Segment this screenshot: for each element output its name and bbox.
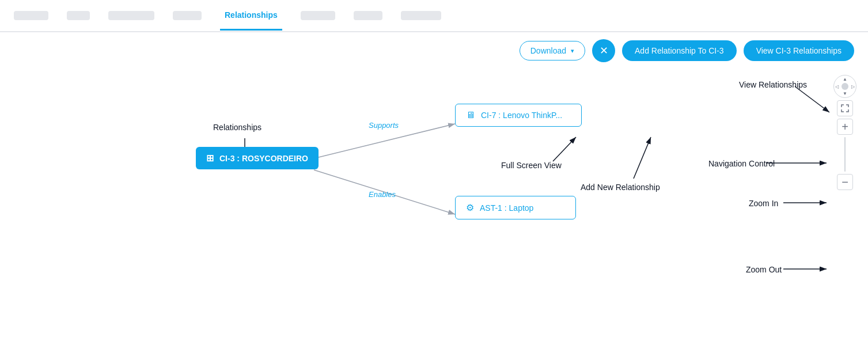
nav-control-annotation: Navigation Control xyxy=(708,158,775,169)
ast1-label: AST-1 : Laptop xyxy=(480,203,533,213)
zoom-in-icon: + xyxy=(842,121,848,132)
download-label: Download xyxy=(530,46,566,55)
close-icon: ✕ xyxy=(600,44,608,57)
zoom-track xyxy=(844,137,846,172)
view-relationships-annotation-arrow xyxy=(795,86,829,112)
ci3-icon: ⊞ xyxy=(206,153,214,164)
node-ast1[interactable]: ⚙ AST-1 : Laptop xyxy=(455,196,576,219)
expand-button[interactable] xyxy=(837,100,853,116)
ci7-icon: 🖥 xyxy=(466,110,475,120)
zoom-out-button[interactable]: − xyxy=(837,174,853,190)
ast1-icon: ⚙ xyxy=(466,202,474,213)
supports-label: Supports xyxy=(369,121,399,130)
nav-placeholder-1 xyxy=(14,11,48,20)
compass-control[interactable]: ▲ ▼ xyxy=(833,75,856,98)
top-nav: Relationships xyxy=(0,0,868,32)
add-new-relationship-annotation-text: Add New Relationship xyxy=(581,183,660,192)
fullscreen-button[interactable]: ✕ xyxy=(592,39,615,62)
enables-line xyxy=(314,170,455,214)
nav-control-annotation-text: Navigation Control xyxy=(708,159,775,168)
zoom-out-annotation-text: Zoom Out xyxy=(746,265,782,274)
fullscreen-annotation-text: Full Screen View xyxy=(501,161,562,170)
supports-line xyxy=(314,124,455,158)
zoom-out-icon: − xyxy=(842,176,848,188)
nav-placeholder-2 xyxy=(67,11,90,20)
graph-svg xyxy=(0,69,868,341)
ci3-label: CI-3 : ROSYCORDEIRO xyxy=(219,154,308,163)
expand-icon xyxy=(841,104,849,112)
add-relationship-annotation-arrow xyxy=(634,137,651,179)
zoom-in-annotation: Zoom In xyxy=(749,198,778,209)
node-ci3[interactable]: ⊞ CI-3 : ROSYCORDEIRO xyxy=(196,147,319,169)
zoom-out-annotation: Zoom Out xyxy=(746,264,782,275)
view-relationships-annotation-text: View Relationships xyxy=(739,80,807,89)
tab-relationships[interactable]: Relationships xyxy=(220,1,282,31)
compass-up-icon: ▲ xyxy=(843,77,847,82)
nav-control-panel: ▲ ▼ + − xyxy=(833,75,856,190)
add-relationship-button[interactable]: Add Relationship To CI-3 xyxy=(622,40,737,61)
nav-placeholder-6 xyxy=(354,11,382,20)
toolbar: Download ▾ ✕ Add Relationship To CI-3 Vi… xyxy=(0,32,868,69)
enables-label: Enables xyxy=(369,190,396,199)
nav-placeholder-7 xyxy=(401,11,441,20)
zoom-in-annotation-text: Zoom In xyxy=(749,199,778,208)
download-button[interactable]: Download ▾ xyxy=(520,41,585,60)
node-ci7[interactable]: 🖥 CI-7 : Lenovo ThinkP... xyxy=(455,104,582,127)
relationships-annotation: Relationships xyxy=(213,122,261,132)
compass-down-icon: ▼ xyxy=(843,91,847,96)
relationships-annotation-text: Relationships xyxy=(213,123,261,132)
nav-placeholder-5 xyxy=(301,11,335,20)
nav-placeholder-4 xyxy=(173,11,202,20)
view-relationships-button[interactable]: View CI-3 Relationships xyxy=(744,40,854,61)
chevron-down-icon: ▾ xyxy=(571,47,574,55)
fullscreen-annotation: Full Screen View xyxy=(501,160,562,170)
fullscreen-annotation-arrow xyxy=(553,137,576,161)
nav-placeholder-3 xyxy=(108,11,154,20)
add-new-relationship-annotation: Add New Relationship xyxy=(581,182,660,192)
view-relationships-annotation: View Relationships xyxy=(739,79,807,90)
canvas-area: Supports Enables ⊞ CI-3 : ROSYCORDEIRO 🖥… xyxy=(0,69,868,341)
zoom-in-button[interactable]: + xyxy=(837,119,853,135)
ci7-label: CI-7 : Lenovo ThinkP... xyxy=(481,111,562,120)
compass-center xyxy=(842,83,848,90)
